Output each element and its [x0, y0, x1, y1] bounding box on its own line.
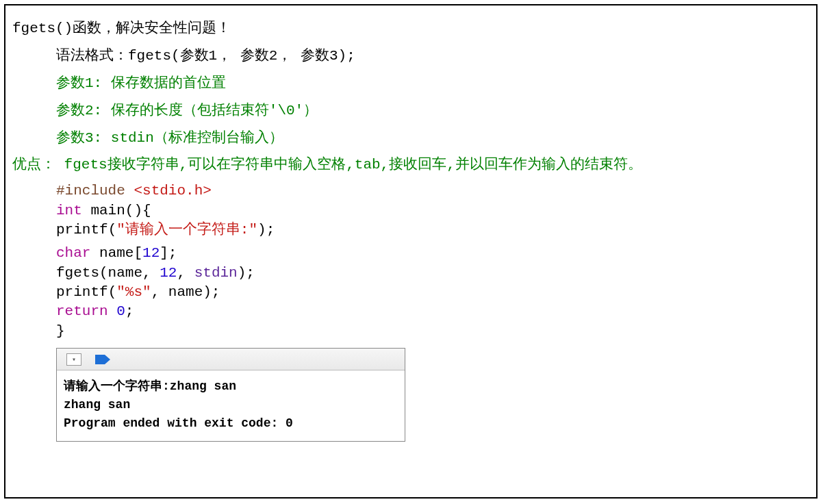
- fn-fgets: fgets(name,: [56, 265, 160, 281]
- string-literal: "请输入一个字符串:": [116, 222, 257, 238]
- code-line-close-brace: }: [56, 322, 809, 341]
- code-line-printf2: printf("%s", name);: [56, 283, 809, 302]
- keyword-char: char: [56, 245, 90, 261]
- advantage-line: 优点： fgets接收字符串,可以在字符串中输入空格,tab,接收回车,并以回车…: [12, 151, 809, 179]
- console-line: Program ended with exit code: 0: [64, 414, 398, 433]
- console-line: 请输入一个字符串:zhang san: [64, 377, 398, 396]
- console-toolbar: ▾: [57, 349, 405, 370]
- document-frame: fgets()函数，解决安全性问题！ 语法格式：fgets(参数1， 参数2， …: [4, 4, 818, 499]
- chevron-down-icon: ▾: [72, 355, 76, 364]
- include-header-token: <stdio.h>: [134, 183, 211, 199]
- fn-printf: printf: [56, 222, 108, 238]
- console-output: 请输入一个字符串:zhang sanzhang sanProgram ended…: [57, 370, 405, 441]
- title-line: fgets()函数，解决安全性问题！: [12, 15, 809, 42]
- string-fmt: "%s": [116, 284, 151, 300]
- tag-icon[interactable]: [95, 355, 110, 364]
- code-line-decl: char name[12];: [56, 244, 809, 263]
- keyword-return: return: [56, 303, 108, 319]
- stdin-token: stdin: [194, 265, 238, 281]
- syntax-line: 语法格式：fgets(参数1， 参数2， 参数3);: [12, 42, 809, 70]
- console-filter-dropdown[interactable]: ▾: [66, 353, 81, 366]
- keyword-int: int: [56, 203, 82, 218]
- main-decl: main(){: [82, 203, 151, 218]
- number-12a: 12: [142, 245, 160, 261]
- console-line: zhang san: [64, 396, 398, 414]
- code-block: #include <stdio.h> int main(){ printf("请…: [12, 181, 809, 341]
- number-12b: 12: [160, 265, 177, 281]
- fn-printf2: printf: [56, 284, 108, 300]
- param3-line: 参数3: stdin（标准控制台输入）: [12, 125, 809, 152]
- code-line-fgets: fgets(name, 12, stdin);: [56, 264, 809, 283]
- code-line-return: return 0;: [56, 302, 809, 321]
- param1-line: 参数1: 保存数据的首位置: [12, 70, 809, 97]
- param2-line: 参数2: 保存的长度（包括结束符'\0'）: [12, 97, 809, 125]
- number-0: 0: [116, 303, 125, 319]
- code-line-include: #include <stdio.h>: [56, 181, 809, 201]
- preprocessor-token: #include: [56, 183, 134, 199]
- code-line-main: int main(){: [56, 201, 809, 220]
- code-line-printf1: printf("请输入一个字符串:");: [56, 220, 809, 240]
- console-panel: ▾ 请输入一个字符串:zhang sanzhang sanProgram end…: [56, 348, 405, 442]
